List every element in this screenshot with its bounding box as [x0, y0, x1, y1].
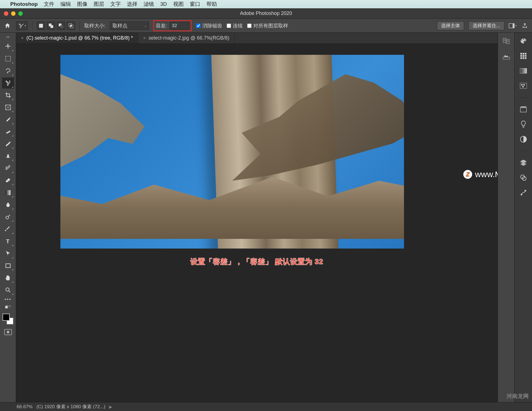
selection-new-icon[interactable] [37, 22, 45, 30]
layers-panel-icon[interactable] [518, 158, 528, 167]
color-panel-icon[interactable] [518, 37, 528, 45]
foreground-color-swatch[interactable] [2, 314, 10, 321]
select-and-mask-button[interactable]: 选择并遮住... [469, 21, 504, 30]
bottom-watermark: 河南龙网 [507, 392, 529, 400]
clone-stamp-tool[interactable] [2, 151, 14, 162]
frame-tool[interactable] [2, 102, 14, 113]
svg-rect-23 [503, 57, 510, 59]
selection-subtract-icon[interactable] [57, 22, 65, 30]
gradient-tool[interactable] [2, 187, 14, 198]
document-tabs: ×(C) select-magic-1.psd @ 66.7% (tree, R… [16, 33, 498, 44]
menu-type[interactable]: 文字 [110, 1, 121, 8]
paths-panel-icon[interactable] [518, 188, 528, 197]
adjustments-panel-icon[interactable] [518, 135, 528, 144]
menu-select[interactable]: 选择 [127, 1, 137, 8]
contiguous-checkbox[interactable]: 连续 [227, 22, 243, 29]
magic-wand-tool[interactable] [2, 77, 14, 89]
zoom-tool[interactable] [2, 285, 14, 296]
color-swatches[interactable] [2, 314, 14, 325]
gradients-panel-icon[interactable] [518, 66, 528, 75]
svg-point-0 [22, 24, 23, 25]
close-tab-icon[interactable]: × [143, 36, 146, 41]
svg-point-18 [6, 288, 9, 291]
close-tab-icon[interactable]: × [21, 36, 24, 41]
crop-tool[interactable] [2, 90, 14, 101]
canvas-viewport[interactable]: 设置「容差」，「容差」 默认设置为 32 Zwww.MacZ.com [16, 44, 498, 402]
history-brush-tool[interactable] [2, 163, 14, 174]
dodge-tool[interactable] [2, 211, 14, 223]
tab-label: (C) select-magic-1.psd @ 66.7% (tree, RG… [26, 35, 133, 41]
healing-brush-tool[interactable] [2, 126, 14, 137]
svg-rect-8 [70, 25, 72, 27]
quick-mask-toggle[interactable] [4, 329, 12, 335]
options-bar: ▾ 取样大小: 取样点 ⌵ 容差: 消除锯齿 连续 对所有图层取样 选择主体 选… [0, 19, 532, 33]
lasso-tool[interactable] [2, 65, 14, 76]
chevron-down-icon: ⌵ [144, 24, 146, 28]
divider [517, 97, 530, 98]
channels-panel-icon[interactable] [518, 173, 528, 182]
svg-text:T: T [6, 238, 9, 244]
document-canvas[interactable] [60, 55, 404, 249]
share-icon[interactable] [521, 22, 529, 30]
antialias-checkbox[interactable]: 消除锯齿 [196, 22, 222, 29]
menu-app-name[interactable]: Photoshop [10, 1, 38, 7]
swatches-panel-icon[interactable] [518, 51, 528, 60]
document-info[interactable]: (C) 1920 像素 x 1080 像素 (72...) [37, 404, 105, 410]
menu-layer[interactable]: 图层 [94, 1, 104, 8]
pen-tool[interactable] [2, 224, 14, 235]
sample-all-layers-checkbox[interactable]: 对所有图层取样 [247, 22, 288, 29]
marquee-tool[interactable] [2, 53, 14, 64]
document-area: ×(C) select-magic-1.psd @ 66.7% (tree, R… [16, 33, 498, 402]
rectangle-tool[interactable] [2, 260, 14, 271]
path-selection-tool[interactable] [2, 248, 14, 259]
learn-panel-icon[interactable] [518, 120, 528, 129]
svg-rect-34 [523, 57, 524, 59]
svg-rect-39 [523, 84, 525, 86]
menu-image[interactable]: 图像 [77, 1, 88, 8]
selection-intersect-icon[interactable] [67, 22, 75, 30]
svg-rect-17 [6, 264, 10, 268]
svg-point-24 [521, 40, 522, 41]
menu-filter[interactable]: 滤镜 [144, 1, 154, 8]
patterns-panel-icon[interactable] [518, 81, 528, 90]
brush-tool[interactable] [2, 138, 14, 149]
foreground-background-swap-icon[interactable] [2, 304, 14, 310]
close-window-button[interactable] [4, 11, 8, 16]
document-tab-2[interactable]: ×select-magic-2.jpg @ 66.7%(RGB/8) [138, 33, 235, 43]
hand-tool[interactable] [2, 272, 14, 283]
menu-window[interactable]: 窗口 [190, 1, 200, 8]
zoom-window-button[interactable] [18, 11, 23, 16]
libraries-panel-icon[interactable] [518, 105, 528, 114]
move-tool[interactable] [2, 41, 14, 52]
edit-toolbar-icon[interactable]: ••• [4, 297, 11, 303]
panel-grip-icon[interactable]: ▸▸ [6, 35, 10, 39]
tool-preset-picker[interactable]: ▾ [16, 21, 28, 30]
sample-size-dropdown[interactable]: 取样点 ⌵ [110, 22, 149, 30]
minimize-window-button[interactable] [11, 11, 16, 16]
menu-view[interactable]: 视图 [173, 1, 184, 8]
image-content [232, 74, 404, 181]
traffic-lights [4, 11, 23, 16]
history-panel-icon[interactable] [501, 37, 511, 45]
menu-help[interactable]: 帮助 [206, 1, 217, 8]
divider [517, 151, 530, 151]
type-tool[interactable]: T [2, 236, 14, 247]
document-tab-1[interactable]: ×(C) select-magic-1.psd @ 66.7% (tree, R… [16, 33, 138, 43]
workspace-icon[interactable]: ▾ [509, 22, 516, 30]
menu-3d[interactable]: 3D [160, 1, 167, 7]
eraser-tool[interactable] [2, 175, 14, 186]
home-icon[interactable] [3, 22, 12, 30]
properties-panel-icon[interactable] [501, 52, 511, 61]
select-subject-button[interactable]: 选择主体 [437, 21, 464, 30]
svg-point-15 [6, 216, 9, 219]
blur-tool[interactable] [2, 199, 14, 210]
eyedropper-tool[interactable] [2, 114, 14, 125]
tolerance-input[interactable] [170, 22, 189, 30]
svg-rect-21 [503, 38, 506, 43]
zoom-level[interactable]: 66.67% [17, 404, 33, 410]
svg-rect-40 [522, 86, 524, 87]
chevron-right-icon[interactable]: ▶ [109, 405, 112, 409]
menu-file[interactable]: 文件 [44, 1, 54, 8]
menu-edit[interactable]: 编辑 [60, 1, 71, 8]
selection-add-icon[interactable] [47, 22, 55, 30]
